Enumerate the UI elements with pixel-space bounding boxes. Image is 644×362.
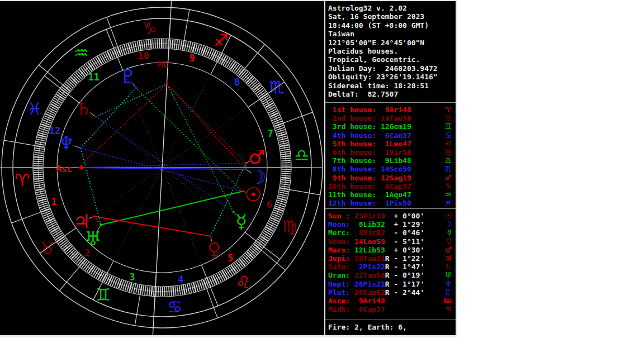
degree-tick	[282, 172, 291, 172]
planet-name: Satu:	[328, 263, 350, 271]
house-number-3: 3	[129, 272, 135, 283]
planet-glyph-neptune: ♆	[58, 132, 74, 154]
info-line: Sidereal time: 18:28:51	[325, 82, 456, 90]
planet-name: Merc:	[328, 228, 350, 237]
degree-tick	[167, 287, 167, 296]
separator	[325, 102, 456, 103]
planet-position: 23Vir19	[350, 212, 385, 220]
planet-latitude: - 1°17'	[390, 280, 425, 288]
zodiac-glyph-sagittarius: ♐	[214, 31, 229, 50]
planet-position: 22Tau56	[350, 271, 385, 279]
planet-glyph-pluto: ♇	[120, 65, 136, 88]
planet-latitude: - 5°11'	[390, 237, 425, 246]
house-cusp-text: 7th house: 9Lib48	[328, 156, 411, 165]
house-row: 12th house: 1Pis50♓	[325, 199, 456, 207]
house-row: 5th house: 1Leo47♌	[325, 140, 456, 148]
planet-row: Asce: 9Ari48 Asc	[325, 297, 456, 305]
planet-row: Mars: 12Lib53 + 0°30'♂	[325, 246, 456, 254]
retrograde-flag	[385, 212, 390, 220]
ascendant-label: Asc	[56, 164, 73, 174]
retrograde-flag	[385, 220, 390, 228]
planet-latitude: - 1°22'	[390, 254, 425, 263]
info-line: 18:44:00 (ST +8:00 GMT)	[325, 21, 456, 30]
planet-position: 6Cap37	[350, 305, 385, 313]
degree-tick	[34, 164, 42, 164]
retrograde-flag: R	[385, 254, 390, 263]
house-number-8: 8	[234, 77, 240, 88]
house-number-5: 5	[228, 253, 233, 264]
zodiac-glyph-aquarius: ♒	[74, 43, 89, 63]
planet-name: Nept:	[328, 280, 350, 288]
zodiac-glyph-leo: ♌	[235, 273, 250, 292]
degree-tick	[281, 156, 290, 156]
planet-icon: ♃	[444, 254, 452, 263]
chart-info-block: Astrolog32 v. 2.02Sat, 16 September 2023…	[325, 4, 456, 98]
planet-row: Uran: 22Tau56R - 0°19'♅	[325, 271, 456, 279]
planet-icon: ☿	[447, 228, 452, 237]
planet-position: 28Cap02	[350, 288, 385, 297]
planet-glyph-mercury: ☿	[235, 210, 247, 232]
planet-latitude: - 0°46'	[390, 228, 425, 237]
zodiac-sign-icon: ♉	[444, 113, 452, 122]
info-line: Placidus houses.	[325, 47, 456, 55]
planet-row: Venu: 14Leo58 - 5°11'♀	[325, 237, 456, 246]
info-line: 121°05'00"E 24°45'00"N	[325, 39, 456, 47]
planet-icon: ♂	[444, 245, 452, 254]
degree-tick	[282, 173, 291, 174]
planet-marker-mars	[245, 162, 247, 164]
planet-icon: ☽	[444, 220, 452, 228]
planet-icon: ♆	[444, 279, 452, 288]
planet-name: Uran:	[328, 271, 350, 279]
info-line: Julian Day: 2460203.9472	[325, 64, 456, 73]
planet-marker-neptune	[79, 147, 81, 149]
house-cusp-text: 8th house: 14Sco50	[328, 165, 411, 173]
planet-latitude: + 1°29'	[390, 220, 425, 228]
degree-tick	[173, 287, 173, 296]
planet-row: Satu: 2Pis22R - 1°47'♄	[325, 263, 456, 271]
degree-tick	[172, 40, 173, 49]
retrograde-flag: R	[385, 280, 390, 288]
info-line: Obliquity: 23°26'19.1416"	[325, 73, 456, 81]
degree-tick	[34, 178, 43, 179]
zodiac-sign-icon: ♒	[444, 190, 452, 199]
planet-latitude: + 0°00'	[390, 212, 425, 220]
degree-tick	[34, 159, 43, 160]
zodiac-glyph-pisces: ♓	[27, 99, 42, 118]
zodiac-sign-icon: ♎	[444, 156, 452, 165]
degree-tick	[154, 287, 154, 296]
planet-icon: ♇	[444, 288, 452, 297]
house-cusp-text: 11th house: 1Aqu47	[328, 190, 411, 199]
degree-tick	[157, 39, 158, 48]
house-number-9: 9	[190, 53, 195, 64]
info-line: Taiwan	[325, 30, 456, 38]
retrograde-flag	[385, 305, 390, 313]
house-row: 6th house: 1Vir50♍	[325, 148, 456, 156]
house-number-6: 6	[267, 199, 272, 210]
planet-row: Nept: 26Pis21R - 1°17'♆	[325, 280, 456, 288]
degree-tick	[156, 287, 157, 296]
info-line: Astrolog32 v. 2.02	[325, 4, 456, 12]
planet-position: 26Pis21	[350, 280, 385, 288]
astrolog-window: ♈♉♊♋♌♍♎♏♐♑♒♓123456789101112☉☽☿♀♂♃♄♅♆♇Asc…	[0, 0, 457, 337]
planet-name: Mars:	[328, 246, 350, 254]
retrograde-flag	[385, 228, 390, 237]
planet-latitude: - 1°47'	[390, 263, 425, 271]
planet-icon: MC	[446, 306, 452, 312]
planet-marker-sun	[242, 190, 243, 192]
info-panel: Astrolog32 v. 2.02Sat, 16 September 2023…	[325, 1, 456, 335]
planet-icon: Asc	[443, 298, 452, 304]
zodiac-sign-icon: ♌	[444, 139, 452, 148]
planet-name: Venu:	[328, 237, 350, 246]
planet-name: Asce:	[328, 297, 350, 305]
house-row: 7th house: 9Lib48♎	[325, 156, 456, 165]
degree-tick	[150, 40, 151, 49]
zodiac-sign-icon: ♑	[444, 182, 452, 190]
retrograde-flag	[385, 237, 390, 246]
planet-row: Sun : 23Vir19 + 0°00'☉	[325, 212, 456, 220]
house-number-4: 4	[178, 274, 183, 285]
house-number-11: 11	[88, 72, 100, 83]
zodiac-sign-icon: ♏	[444, 164, 452, 173]
degree-tick	[282, 160, 291, 161]
info-line: DeltaT: 82.7507	[325, 90, 456, 98]
retrograde-flag: R	[385, 271, 390, 279]
